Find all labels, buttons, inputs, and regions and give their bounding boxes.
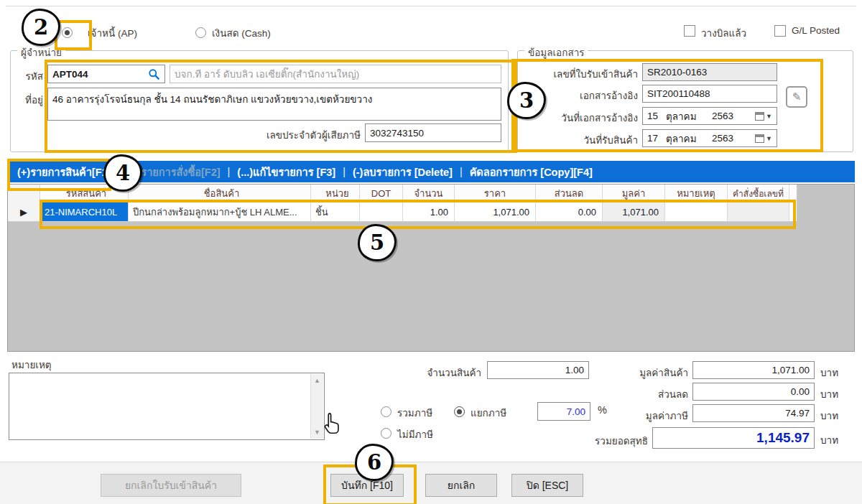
grid-header-qty: จำนวน (403, 185, 455, 202)
item-count-value: 1.00 (565, 365, 584, 375)
vendor-address-label: ที่อยู่ (14, 92, 43, 108)
grid-header-discount: ส่วนลด (536, 185, 603, 202)
radio-tax-separate-label: แยกภาษี (471, 405, 506, 421)
item-count-input[interactable]: 1.00 (487, 361, 589, 379)
vendor-taxid-value: 3032743150 (370, 128, 424, 139)
note-textarea[interactable]: ▲ ▼ (9, 373, 325, 440)
vendor-name-value: บจก.ที อาร์ ดับบลิว เอเซียติ๊ก(สำนักงานใ… (175, 66, 359, 82)
checkbox-gl-posted-label: G/L Posted (792, 25, 840, 36)
row-qty-cell[interactable]: 1.00 (403, 202, 455, 221)
checkbox-billed-label: วางบิลแล้ว (701, 25, 746, 41)
currency-label: บาท (820, 386, 838, 402)
grid-header-unit: หน่วย (311, 185, 360, 202)
toolbar-add-item[interactable]: (+)รายการสินค้า[F1] (17, 164, 111, 180)
vendor-code-value: APT044 (52, 69, 88, 80)
net-total-field: 1,145.97 (652, 427, 815, 449)
checkbox-gl-posted[interactable] (774, 25, 786, 37)
item-count-label: จำนวนสินค้า (402, 365, 481, 381)
vendor-code-label: รหัส (14, 68, 43, 84)
radio-ap-label: เจ้าหนี้ (AP) (88, 25, 137, 41)
cancel-receipt-button: ยกเลิกใบรับเข้าสินค้า (101, 474, 241, 497)
discount-label: ส่วนลด (603, 386, 688, 402)
edit-icon[interactable]: ✎ (786, 86, 807, 108)
checkbox-billed[interactable] (684, 25, 695, 37)
toolbar-separator: | (228, 166, 231, 177)
currency-label: บาท (820, 365, 838, 381)
grid-header-selector (8, 185, 40, 202)
vendor-taxid-label: เลขประจำตัวผู้เสียภาษี (188, 127, 361, 143)
grid-header-dot: DOT (360, 185, 403, 202)
grid-header-note: หมายเหตุ (665, 185, 728, 202)
calendar-dropdown-icon[interactable]: ▼ (755, 112, 772, 121)
tax-amount-value: 74.97 (785, 408, 810, 419)
annotation-step-5: 5 (358, 224, 397, 261)
goods-receipt-window: 2 เจ้าหนี้ (AP) เงินสด (Cash) วางบิลแล้ว… (0, 0, 862, 504)
hand-cursor-icon (322, 412, 341, 437)
row-selector-marker: ▶ (8, 202, 40, 221)
ref-doc-value: SIT200110488 (647, 88, 710, 99)
ref-date-year: 2563 (712, 111, 743, 121)
receive-date-year: 2563 (712, 133, 743, 144)
scroll-up-icon[interactable]: ▲ (311, 375, 323, 386)
annotation-step-4: 4 (103, 154, 142, 192)
vendor-group-title: ผู้จำหน่าย (17, 45, 65, 60)
row-price-cell[interactable]: 1,071.00 (455, 202, 536, 221)
annotation-step-3: 3 (507, 82, 546, 119)
row-name-cell[interactable]: ปีกนกล่างพร้อมลูกหมาก+บู้ช LH ALME... (129, 202, 311, 221)
ref-date-day: 15 (647, 111, 666, 121)
discount-value: 0.00 (791, 386, 810, 397)
vendor-code-input[interactable]: APT044 (47, 65, 165, 83)
toolbar-edit-item[interactable]: (...)แก้ไขรายการ [F3] (237, 164, 335, 180)
calendar-dropdown-icon[interactable]: ▼ (755, 134, 772, 143)
goods-value-field[interactable]: 1,071.00 (692, 361, 815, 379)
table-row[interactable]: ▶ 21-NIMARCH10L ปีกนกล่างพร้อมลูกหมาก+บู… (8, 202, 797, 222)
radio-tax-included[interactable] (381, 406, 391, 417)
search-icon[interactable] (148, 68, 160, 80)
receipt-no-label: เลขที่ใบรับเข้าสินค้า (517, 66, 638, 82)
tax-amount-field[interactable]: 74.97 (692, 404, 815, 422)
ref-doc-input[interactable]: SIT200110488 (642, 85, 777, 103)
grid-header-value: มูลค่า (603, 185, 665, 202)
grid-header-po: คำสั่งซื้อเลขที่ (728, 185, 789, 202)
radio-tax-separate[interactable] (454, 406, 465, 417)
receive-date-input[interactable]: 17 ตุลาคม 2563 ▼ (642, 129, 777, 147)
receipt-no-value: SR2010-0163 (647, 67, 707, 78)
tax-rate-value: 7.00 (567, 406, 585, 417)
radio-tax-none-label: ไม่มีภาษี (397, 426, 433, 442)
annotation-step-2: 2 (22, 9, 60, 46)
discount-field[interactable]: 0.00 (692, 383, 815, 401)
row-code-cell[interactable]: 21-NIMARCH10L (40, 202, 129, 221)
row-note-cell[interactable] (665, 202, 728, 221)
cancel-button[interactable]: ยกเลิก (425, 474, 497, 497)
currency-label: บาท (820, 408, 838, 424)
toolbar-separator: | (460, 166, 463, 177)
row-unit-cell[interactable]: ชิ้น (311, 202, 360, 221)
receive-date-month: ตุลาคม (666, 131, 712, 146)
goods-value: 1,071.00 (771, 365, 810, 375)
grid-header-name: ชื่อสินค้า (129, 185, 311, 202)
top-divider (6, 6, 856, 6)
net-total-label: รวมยอดสุทธิ (567, 433, 648, 449)
vendor-name-display: บจก.ที อาร์ ดับบลิว เอเซียติ๊ก(สำนักงานใ… (170, 65, 501, 83)
receive-date-day: 17 (647, 133, 666, 144)
ref-date-month: ตุลาคม (666, 108, 712, 124)
radio-ap[interactable] (62, 27, 73, 38)
ref-date-input[interactable]: 15 ตุลาคม 2563 ▼ (642, 107, 777, 125)
row-discount-cell[interactable]: 0.00 (536, 202, 603, 221)
toolbar-separator: | (343, 166, 346, 177)
toolbar-copy-item[interactable]: คัดลอกรายการ [Copy][F4] (470, 164, 593, 180)
radio-cash[interactable] (195, 27, 206, 38)
toolbar-delete-item[interactable]: (-)ลบรายการ [Delete] (353, 164, 453, 180)
row-po-cell (728, 202, 789, 221)
radio-cash-label: เงินสด (Cash) (212, 25, 271, 41)
grid-header-price: ราคา (455, 185, 536, 202)
vendor-address-input[interactable]: 46 อาคารรุ่งโรจน์ธนกุล ชั้น 14 ถนนรัชดาภ… (47, 88, 501, 121)
radio-tax-none[interactable] (381, 428, 391, 439)
row-dot-cell[interactable] (360, 202, 403, 221)
tax-amount-label: มูลค่าภาษี (603, 408, 688, 424)
close-button[interactable]: ปิด [ESC] (511, 474, 583, 497)
tax-rate-input[interactable]: 7.00 (537, 402, 590, 421)
receipt-no-field: SR2010-0163 (642, 63, 777, 81)
currency-label: บาท (820, 432, 838, 448)
vendor-taxid-input[interactable]: 3032743150 (365, 123, 501, 142)
